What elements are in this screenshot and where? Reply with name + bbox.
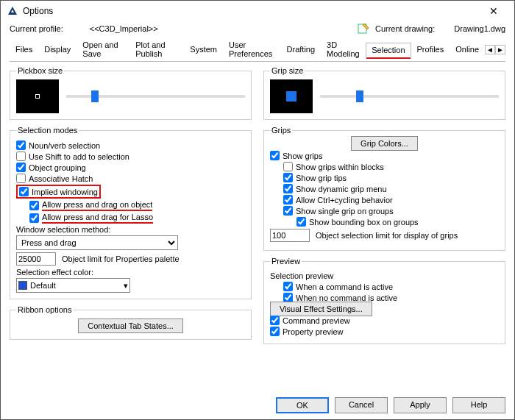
dialog-buttons: OK Cancel Apply Help	[276, 397, 505, 413]
tab-user-pref[interactable]: User Preferences	[223, 38, 281, 61]
selection-modes-group: Selection modes Noun/verb selection Use …	[10, 126, 252, 299]
ok-button[interactable]: OK	[276, 397, 329, 413]
pickbox-slider[interactable]	[66, 95, 245, 98]
chk-shift-add[interactable]: Use Shift to add to selection	[16, 152, 245, 161]
gripsize-preview	[270, 79, 313, 113]
chk-implied-windowing[interactable]: Implied windowing	[16, 185, 101, 199]
color-swatch	[18, 281, 27, 290]
tab-plot-publish[interactable]: Plot and Publish	[129, 38, 184, 61]
close-button[interactable]: ✕	[479, 5, 508, 17]
contextual-tab-states-button[interactable]: Contextual Tab States...	[78, 318, 183, 333]
chk-cmd-active[interactable]: When a command is active	[283, 282, 499, 291]
tab-scroll[interactable]: ◄►	[485, 45, 505, 54]
window-title: Options	[23, 6, 53, 16]
ribbon-legend: Ribbon options	[16, 305, 73, 314]
tab-3d-modeling[interactable]: 3D Modeling	[321, 38, 366, 61]
sel-effect-label: Selection effect color:	[16, 268, 245, 277]
tab-system[interactable]: System	[184, 42, 223, 57]
current-profile-label: Current profile:	[10, 24, 63, 33]
preview-group: Preview Selection preview When a command…	[263, 257, 505, 344]
tab-open-save[interactable]: Open and Save	[77, 38, 129, 61]
chk-dyn-grip-menu[interactable]: Show dynamic grip menu	[283, 184, 499, 193]
chevron-down-icon: ▾	[124, 281, 128, 291]
tab-display[interactable]: Display	[38, 42, 77, 57]
win-sel-method-label: Window selection method:	[16, 225, 245, 234]
chk-object-grouping[interactable]: Object grouping	[16, 163, 245, 172]
preview-legend: Preview	[270, 257, 302, 266]
tab-online[interactable]: Online	[450, 42, 485, 57]
apply-button[interactable]: Apply	[394, 397, 447, 413]
chk-single-group[interactable]: Show single grip on groups	[283, 206, 499, 216]
pickbox-legend: Pickbox size	[16, 66, 64, 75]
pickbox-preview	[16, 79, 59, 113]
app-icon	[7, 5, 18, 17]
grip-obj-limit-input[interactable]	[270, 229, 310, 242]
tab-drafting[interactable]: Drafting	[281, 42, 322, 57]
chk-ctrl-cycle[interactable]: Allow Ctrl+cycling behavior	[283, 195, 499, 204]
title-bar: Options ✕	[1, 1, 514, 21]
chk-bbox-group[interactable]: Show bounding box on groups	[296, 217, 499, 227]
grip-obj-limit-label: Object selection limit for display of gr…	[316, 231, 458, 240]
chk-show-grips[interactable]: Show grips	[270, 151, 499, 160]
current-drawing-label: Current drawing:	[375, 24, 435, 33]
chk-press-drag-object[interactable]: Allow press and drag on object	[29, 200, 245, 211]
obj-limit-input[interactable]	[16, 252, 56, 266]
tabs: Files Display Open and Save Plot and Pub…	[10, 38, 505, 62]
ribbon-options-group: Ribbon options Contextual Tab States...	[10, 305, 252, 340]
sel-effect-color[interactable]: Default ▾	[16, 278, 130, 293]
current-profile-value: <<C3D_Imperial>>	[90, 24, 158, 33]
grips-legend: Grips	[270, 126, 292, 135]
tab-profiles[interactable]: Profiles	[411, 42, 450, 57]
cancel-button[interactable]: Cancel	[335, 397, 388, 413]
chk-cmd-preview[interactable]: Command preview	[270, 316, 499, 325]
visual-effect-settings-button[interactable]: Visual Effect Settings...	[270, 302, 372, 316]
info-row: Current profile: <<C3D_Imperial>> Curren…	[1, 21, 514, 38]
chk-assoc-hatch[interactable]: Associative Hatch	[16, 174, 245, 183]
chk-noun-verb[interactable]: Noun/verb selection	[16, 140, 245, 150]
chk-grips-blocks[interactable]: Show grips within blocks	[283, 162, 499, 171]
chk-prop-preview[interactable]: Property preview	[270, 327, 499, 336]
tab-selection[interactable]: Selection	[366, 43, 411, 57]
chk-press-drag-lasso[interactable]: Allow press and drag for Lasso	[29, 213, 245, 224]
pickbox-group: Pickbox size	[10, 66, 252, 120]
grips-group: Grips Grip Colors... Show grips Show gri…	[263, 126, 505, 251]
chk-grip-tips[interactable]: Show grip tips	[283, 173, 499, 182]
help-button[interactable]: Help	[452, 397, 505, 413]
drawing-icon	[358, 23, 369, 35]
win-sel-method[interactable]: Press and drag	[16, 235, 178, 250]
selection-modes-legend: Selection modes	[16, 126, 79, 135]
sel-preview-label: Selection preview	[270, 271, 499, 280]
obj-limit-label: Object limit for Properties palette	[62, 255, 180, 263]
grip-colors-button[interactable]: Grip Colors...	[351, 136, 418, 151]
gripsize-legend: Grip size	[270, 66, 305, 75]
current-drawing-value: Drawing1.dwg	[454, 24, 505, 33]
tab-files[interactable]: Files	[10, 42, 38, 57]
gripsize-group: Grip size	[263, 66, 505, 120]
gripsize-slider[interactable]	[320, 95, 499, 98]
